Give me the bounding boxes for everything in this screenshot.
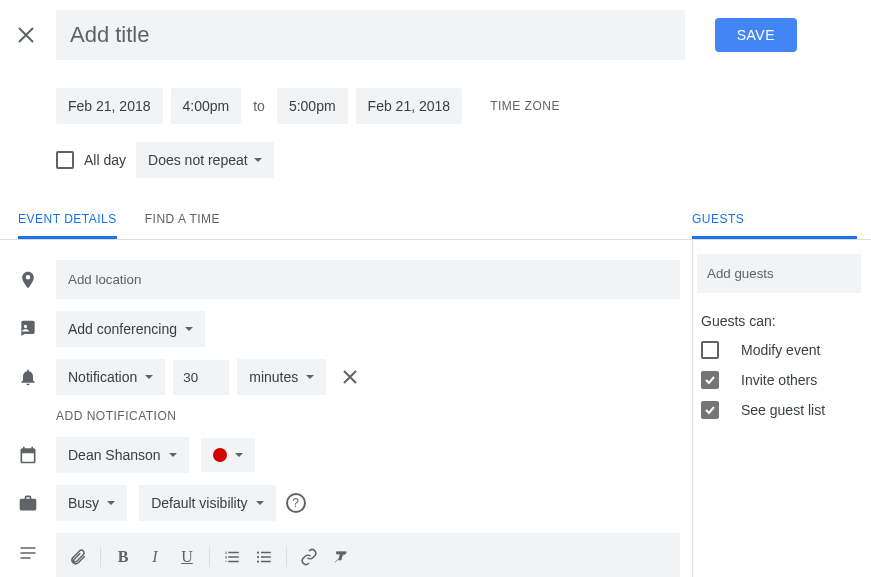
notification-unit-dropdown[interactable]: minutes	[237, 359, 326, 395]
chevron-down-icon	[254, 158, 262, 162]
notification-value-input[interactable]	[173, 360, 229, 395]
svg-point-2	[257, 560, 259, 562]
busy-dropdown[interactable]: Busy	[56, 485, 127, 521]
link-button[interactable]	[295, 543, 323, 571]
timezone-link[interactable]: TIME ZONE	[490, 99, 560, 113]
start-time-picker[interactable]: 4:00pm	[171, 88, 242, 124]
event-title-input[interactable]	[56, 10, 685, 60]
close-button[interactable]	[14, 23, 38, 47]
bold-button[interactable]: B	[109, 543, 137, 571]
modify-event-label: Modify event	[741, 342, 820, 358]
toolbar-divider	[100, 547, 101, 567]
chevron-down-icon	[235, 453, 243, 457]
color-swatch	[213, 448, 227, 462]
notification-unit-label: minutes	[249, 369, 298, 385]
svg-point-1	[257, 556, 259, 558]
modify-event-checkbox[interactable]	[701, 341, 719, 359]
end-time-picker[interactable]: 5:00pm	[277, 88, 348, 124]
conferencing-label: Add conferencing	[68, 321, 177, 337]
to-label: to	[249, 98, 269, 114]
notification-type-label: Notification	[68, 369, 137, 385]
see-guest-list-label: See guest list	[741, 402, 825, 418]
calendar-dropdown[interactable]: Dean Shanson	[56, 437, 189, 473]
chevron-down-icon	[185, 327, 193, 331]
conferencing-dropdown[interactable]: Add conferencing	[56, 311, 205, 347]
invite-others-label: Invite others	[741, 372, 817, 388]
toolbar-divider	[209, 547, 210, 567]
location-input[interactable]	[56, 260, 680, 299]
start-date-picker[interactable]: Feb 21, 2018	[56, 88, 163, 124]
notification-type-dropdown[interactable]: Notification	[56, 359, 165, 395]
conferencing-icon	[18, 319, 38, 339]
location-icon	[18, 270, 38, 290]
end-date-picker[interactable]: Feb 21, 2018	[356, 88, 463, 124]
guests-input[interactable]	[697, 254, 861, 293]
recurrence-label: Does not repeat	[148, 152, 248, 168]
remove-notification-button[interactable]	[332, 359, 368, 395]
description-icon	[18, 543, 38, 563]
briefcase-icon	[18, 493, 38, 513]
calendar-icon	[18, 445, 38, 465]
chevron-down-icon	[169, 453, 177, 457]
bullet-list-button[interactable]	[250, 543, 278, 571]
calendar-name-label: Dean Shanson	[68, 447, 161, 463]
chevron-down-icon	[145, 375, 153, 379]
toolbar-divider	[286, 547, 287, 567]
allday-label: All day	[84, 152, 126, 168]
numbered-list-button[interactable]	[218, 543, 246, 571]
allday-checkbox[interactable]	[56, 151, 74, 169]
color-dropdown[interactable]	[201, 438, 255, 472]
busy-label: Busy	[68, 495, 99, 511]
chevron-down-icon	[107, 501, 115, 505]
italic-button[interactable]: I	[141, 543, 169, 571]
see-guest-list-checkbox[interactable]	[701, 401, 719, 419]
guests-can-label: Guests can:	[697, 293, 871, 335]
visibility-label: Default visibility	[151, 495, 247, 511]
save-button[interactable]: SAVE	[715, 18, 797, 52]
tab-find-time[interactable]: FIND A TIME	[145, 200, 220, 239]
underline-button[interactable]: U	[173, 543, 201, 571]
bell-icon	[18, 367, 38, 387]
chevron-down-icon	[256, 501, 264, 505]
attach-button[interactable]	[64, 543, 92, 571]
tab-guests[interactable]: GUESTS	[692, 200, 857, 239]
recurrence-dropdown[interactable]: Does not repeat	[136, 142, 274, 178]
visibility-dropdown[interactable]: Default visibility	[139, 485, 275, 521]
invite-others-checkbox[interactable]	[701, 371, 719, 389]
add-notification-link[interactable]: ADD NOTIFICATION	[0, 401, 692, 431]
tab-event-details[interactable]: EVENT DETAILS	[18, 200, 117, 239]
svg-point-0	[257, 551, 259, 553]
chevron-down-icon	[306, 375, 314, 379]
clear-format-button[interactable]	[327, 543, 355, 571]
visibility-help-icon[interactable]: ?	[286, 493, 306, 513]
